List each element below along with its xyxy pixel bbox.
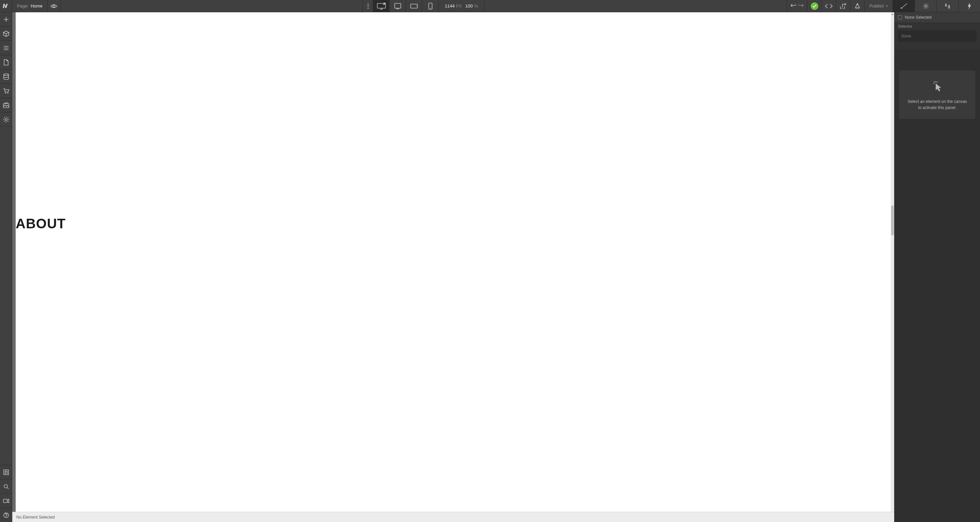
empty-state: Select an element on the canvas to activ…	[899, 70, 975, 119]
page-selector[interactable]: Page: Home	[12, 0, 48, 12]
webflow-logo[interactable]	[0, 0, 12, 12]
topbar-spacer-right	[485, 0, 787, 12]
database-icon	[3, 73, 9, 80]
empty-message-line2: to activate this panel.	[907, 105, 967, 111]
svg-rect-6	[395, 3, 401, 8]
search-button[interactable]	[0, 479, 12, 493]
svg-point-14	[7, 93, 8, 93]
svg-point-22	[6, 516, 6, 517]
ecommerce-panel-button[interactable]	[0, 84, 12, 98]
help-button[interactable]	[0, 508, 12, 522]
left-sidebar-bottom	[0, 465, 12, 522]
cms-panel-button[interactable]	[0, 70, 12, 84]
svg-point-12	[4, 73, 8, 75]
tab-interactions[interactable]	[958, 0, 980, 12]
svg-point-3	[368, 8, 368, 8]
publish-button[interactable]: Publish ▾	[865, 0, 893, 12]
assets-icon	[3, 102, 9, 108]
more-vertical-icon	[368, 3, 369, 9]
about-heading[interactable]: ABOUT	[16, 216, 66, 231]
selector-label: Selector	[894, 23, 980, 30]
assets-panel-button[interactable]	[0, 98, 12, 112]
tab-settings[interactable]	[915, 0, 936, 12]
svg-point-16	[5, 118, 7, 121]
undo-icon	[791, 3, 796, 8]
tab-style[interactable]	[893, 0, 915, 12]
webflow-logo-icon	[3, 4, 10, 8]
help-icon	[3, 512, 9, 518]
selector-placeholder: None	[901, 34, 911, 38]
selector-section: Selector None	[894, 23, 980, 49]
topbar: Page: Home 1144 PX 100 %	[0, 0, 980, 12]
device-switcher	[373, 0, 439, 12]
redo-icon	[798, 3, 803, 8]
empty-message-line1: Select an element on the canvas	[907, 99, 967, 105]
svg-point-11	[925, 5, 927, 7]
page-canvas[interactable]: ABOUT	[16, 12, 891, 512]
page-icon	[4, 59, 8, 65]
xray-icon	[3, 469, 9, 475]
video-icon	[3, 498, 9, 503]
video-tutorials-button[interactable]	[0, 493, 12, 508]
page-name: Home	[31, 3, 43, 8]
selection-status-text: None Selected	[905, 15, 932, 20]
right-panel-body: Select an element on the canvas to activ…	[894, 49, 980, 522]
export-icon	[840, 3, 846, 9]
device-tablet[interactable]	[390, 0, 406, 12]
selector-input[interactable]: None	[898, 30, 977, 42]
canvas-scrollbar[interactable]: ▲	[891, 12, 894, 512]
selection-status-icon	[898, 15, 902, 19]
canvas-viewport[interactable]: ABOUT ▲	[12, 12, 894, 512]
preview-button[interactable]	[48, 0, 60, 12]
navigator-icon	[3, 46, 9, 50]
add-panel-button[interactable]	[0, 12, 12, 27]
symbols-panel-button[interactable]	[0, 27, 12, 41]
chevron-down-icon: ▾	[886, 4, 888, 8]
canvas-width: 1144	[445, 3, 455, 8]
xray-button[interactable]	[0, 465, 12, 479]
breadcrumb-status: No Element Selected	[16, 515, 55, 520]
svg-rect-20	[3, 499, 7, 503]
selection-status-row: None Selected	[894, 12, 980, 23]
page-label: Page:	[17, 3, 29, 8]
pages-panel-button[interactable]	[0, 55, 12, 70]
svg-point-19	[4, 485, 8, 488]
audit-button[interactable]	[850, 0, 865, 12]
svg-point-1	[368, 3, 368, 5]
svg-point-13	[5, 93, 6, 93]
undo-redo-group	[787, 0, 807, 12]
gear-icon	[923, 3, 929, 9]
more-button[interactable]	[363, 0, 373, 12]
device-phone-portrait[interactable]	[422, 0, 439, 12]
audit-icon	[854, 3, 861, 9]
scrollbar-up-arrow[interactable]: ▲	[891, 12, 894, 16]
canvas-zoom: 100	[466, 3, 473, 8]
droplets-icon	[944, 3, 951, 9]
scrollbar-thumb[interactable]	[891, 206, 894, 235]
svg-marker-5	[383, 3, 385, 5]
eye-icon	[50, 4, 57, 8]
plus-icon	[3, 17, 9, 22]
right-panel-tabs	[893, 0, 980, 12]
navigator-panel-button[interactable]	[0, 41, 12, 55]
tab-style-manager[interactable]	[936, 0, 958, 12]
device-desktop[interactable]	[373, 0, 390, 12]
svg-point-2	[368, 5, 368, 6]
left-sidebar-spacer	[0, 127, 12, 465]
project-settings-button[interactable]	[0, 112, 12, 127]
device-phone-landscape[interactable]	[406, 0, 422, 12]
cart-icon	[3, 88, 9, 94]
tablet-icon	[394, 3, 401, 9]
left-sidebar	[0, 12, 12, 522]
bolt-icon	[967, 3, 972, 10]
code-button[interactable]	[822, 0, 836, 12]
redo-button[interactable]	[798, 3, 803, 8]
phone-portrait-icon	[428, 3, 433, 10]
topbar-spacer-left	[60, 0, 363, 12]
svg-rect-18	[5, 471, 7, 473]
phone-landscape-icon	[410, 4, 418, 8]
export-button[interactable]	[836, 0, 850, 12]
canvas-dimensions[interactable]: 1144 PX 100 %	[439, 0, 485, 12]
status-indicator[interactable]	[807, 0, 822, 12]
undo-button[interactable]	[791, 3, 796, 8]
